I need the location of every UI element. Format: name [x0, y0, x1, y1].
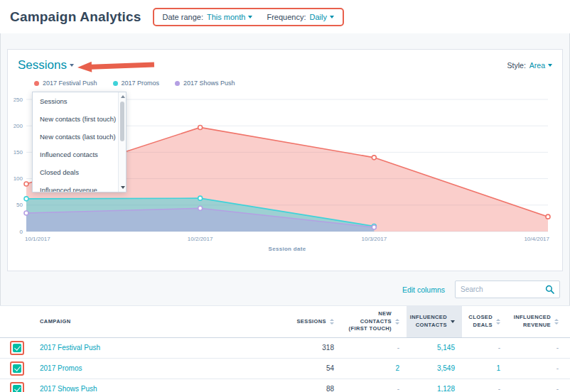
- metric-dropdown-option[interactable]: Closed deals: [33, 163, 118, 181]
- metric-cell: 3,549: [407, 358, 462, 379]
- svg-text:0: 0: [20, 229, 23, 235]
- svg-text:10/2/2017: 10/2/2017: [188, 236, 213, 242]
- campaign-cell: 2017 Promos: [33, 358, 257, 379]
- svg-text:10/4/2017: 10/4/2017: [524, 236, 549, 242]
- chevron-down-icon: [70, 64, 74, 67]
- legend-item[interactable]: 2017 Shows Push: [175, 80, 235, 87]
- svg-text:Session date: Session date: [269, 246, 306, 252]
- column-header-sessions[interactable]: SESSIONS: [257, 306, 341, 338]
- checkbox-highlight-annotation: [10, 341, 24, 355]
- column-header-label: SESSIONS: [296, 318, 326, 326]
- checkbox-highlight-annotation: [10, 361, 24, 376]
- scroll-down-icon[interactable]: [121, 186, 125, 189]
- edit-columns-link[interactable]: Edit columns: [402, 285, 445, 294]
- metric-cell: 2: [341, 358, 407, 379]
- metric-dropdown-option[interactable]: Influenced revenue: [33, 181, 118, 192]
- column-header-influenced-revenue[interactable]: INFLUENCED REVENUE: [507, 306, 570, 338]
- metric-value: -: [397, 385, 399, 392]
- column-header-new-contacts-first-touch[interactable]: NEW CONTACTS (FIRST TOUCH): [341, 306, 407, 338]
- style-label: Style:: [507, 61, 526, 70]
- table-row: 2017 Promos5423,5491-: [0, 358, 570, 379]
- row-checkbox[interactable]: [13, 344, 21, 352]
- legend-item[interactable]: 2017 Promos: [113, 80, 160, 87]
- sort-arrows-icon: [554, 319, 559, 325]
- svg-text:150: 150: [14, 149, 23, 156]
- column-header-influenced-contacts[interactable]: INFLUENCED CONTACTS: [407, 306, 462, 338]
- metric-value-link[interactable]: 1: [496, 364, 500, 372]
- svg-text:10/1/2017: 10/1/2017: [25, 236, 50, 242]
- scroll-up-icon[interactable]: [121, 95, 125, 98]
- metric-value: -: [556, 364, 559, 372]
- campaign-link[interactable]: 2017 Shows Push: [40, 385, 97, 392]
- legend-label: 2017 Promos: [122, 80, 160, 87]
- campaign-cell: 2017 Festival Push: [33, 337, 257, 358]
- metric-dropdown-option[interactable]: Sessions: [33, 92, 118, 110]
- sort-arrows-icon: [395, 319, 399, 325]
- checkbox-cell: [0, 379, 33, 392]
- metric-cell: 54: [257, 358, 341, 379]
- column-header-campaign[interactable]: CAMPAIGN: [33, 306, 257, 338]
- search-input[interactable]: [461, 285, 545, 293]
- checkbox-cell: [0, 337, 33, 358]
- svg-text:50: 50: [16, 202, 23, 208]
- date-range-filter: Date range: This month: [163, 13, 253, 21]
- metric-value: -: [556, 344, 559, 352]
- metric-dropdown-list: SessionsNew contacts (first touch)New co…: [33, 92, 118, 192]
- column-header-closed-deals[interactable]: CLOSED DEALS: [462, 306, 507, 338]
- metric-cell: -: [341, 337, 407, 358]
- metric-value-link[interactable]: 5,145: [437, 344, 455, 352]
- chevron-down-icon: [248, 16, 252, 18]
- metric-value-link[interactable]: 1,128: [437, 385, 455, 392]
- frequency-filter: Frequency: Daily: [267, 13, 333, 21]
- column-header-label: INFLUENCED REVENUE: [514, 314, 551, 329]
- legend-dot-icon: [113, 81, 118, 86]
- campaign-link[interactable]: 2017 Promos: [40, 364, 82, 372]
- column-header-label: NEW CONTACTS (FIRST TOUCH): [348, 310, 392, 333]
- metric-cell: 1: [462, 358, 507, 379]
- table-toolbar: Edit columns: [10, 281, 560, 298]
- metric-value: 54: [326, 364, 334, 372]
- svg-text:200: 200: [14, 123, 23, 129]
- date-range-select[interactable]: This month: [207, 13, 252, 21]
- row-checkbox[interactable]: [13, 385, 21, 392]
- campaign-link[interactable]: 2017 Festival Push: [40, 344, 100, 352]
- chart-style-select: Style: Area: [507, 61, 552, 70]
- metric-value: 88: [326, 385, 334, 392]
- checkbox-highlight-annotation: [10, 382, 24, 392]
- style-value-select[interactable]: Area: [529, 61, 552, 70]
- row-checkbox[interactable]: [13, 364, 21, 373]
- metric-cell: 318: [257, 337, 341, 358]
- metric-value-link[interactable]: 3,549: [437, 364, 455, 372]
- scrollbar-thumb[interactable]: [120, 102, 124, 141]
- legend-item[interactable]: 2017 Festival Push: [34, 80, 97, 87]
- date-range-value: This month: [207, 13, 245, 21]
- svg-text:100: 100: [14, 175, 23, 182]
- sort-arrows-icon: [496, 319, 500, 325]
- campaign-table-body: 2017 Festival Push318-5,145--2017 Promos…: [0, 337, 570, 392]
- dropdown-scrollbar[interactable]: [118, 92, 126, 192]
- sort-desc-icon: [451, 320, 455, 323]
- metric-dropdown-option[interactable]: Influenced contacts: [33, 146, 118, 163]
- chart-metric-select[interactable]: Sessions: [18, 58, 74, 72]
- table-row: 2017 Shows Push88-1,128--: [0, 379, 570, 392]
- search-box: [455, 281, 560, 298]
- metric-dropdown-option[interactable]: New contacts (last touch): [33, 128, 118, 146]
- column-header-checkbox: [0, 306, 33, 338]
- metric-dropdown-option[interactable]: New contacts (first touch): [33, 110, 118, 128]
- frequency-select[interactable]: Daily: [309, 13, 333, 21]
- checkbox-cell: [0, 358, 33, 379]
- style-value: Area: [529, 61, 545, 70]
- campaign-table: CAMPAIGNSESSIONSNEW CONTACTS (FIRST TOUC…: [0, 305, 570, 392]
- metric-value: -: [498, 385, 500, 392]
- metric-value-link[interactable]: 2: [395, 364, 399, 372]
- metric-value: -: [556, 385, 559, 392]
- chart-legend: 2017 Festival Push2017 Promos2017 Shows …: [34, 80, 552, 87]
- search-icon[interactable]: [545, 285, 554, 294]
- legend-label: 2017 Shows Push: [183, 80, 235, 87]
- legend-dot-icon: [34, 81, 39, 86]
- column-header-label: INFLUENCED CONTACTS: [410, 314, 447, 329]
- chevron-down-icon: [330, 16, 334, 18]
- chevron-down-icon: [548, 64, 552, 67]
- metric-cell: -: [507, 379, 570, 392]
- svg-text:250: 250: [14, 97, 23, 103]
